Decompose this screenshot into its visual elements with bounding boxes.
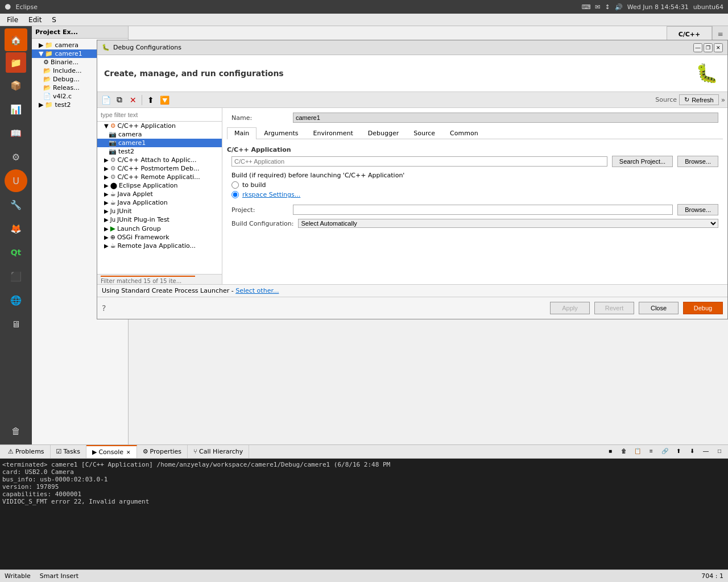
radio-build-workspace-input[interactable] <box>231 191 239 198</box>
right-panel-btn-1[interactable]: ≡ <box>714 27 727 41</box>
system-bar-left: 🌑 Eclipse <box>5 3 38 11</box>
tab-console[interactable]: ▶ Console ✕ <box>86 445 137 458</box>
tab-common[interactable]: Common <box>442 127 486 139</box>
call-hierarchy-icon: ⑂ <box>193 448 197 455</box>
tab-arguments[interactable]: Arguments <box>257 127 305 139</box>
close-window-btn[interactable]: ✕ <box>714 43 723 52</box>
bottom-btn3[interactable]: 📋 <box>631 444 644 457</box>
project-row: Project: Browse... <box>227 204 723 215</box>
browse-btn-2[interactable]: Browse... <box>677 204 718 215</box>
tab-debugger[interactable]: Debugger <box>361 127 406 139</box>
config-tree-remote[interactable]: ▶ ⚙ C/C++ Remote Applicati... <box>97 173 222 181</box>
help-icon[interactable]: ? <box>102 304 106 313</box>
config-tree-camera[interactable]: 📷 camera <box>97 130 222 139</box>
sidebar-icon-ubuntu[interactable]: U <box>5 169 27 192</box>
sidebar-icon-firefox[interactable]: 🦊 <box>5 217 27 240</box>
remote-icon: ⚙ <box>110 173 116 181</box>
apply-button[interactable]: Apply <box>550 302 590 314</box>
sidebar-icon-settings[interactable]: ⚙ <box>5 146 27 168</box>
bottom-clear-btn[interactable]: 🗑 <box>618 444 630 457</box>
close-button[interactable]: Close <box>639 302 679 314</box>
config-tree-attach[interactable]: ▶ ⚙ C/C++ Attach to Applic... <box>97 156 222 164</box>
name-input[interactable] <box>293 113 718 123</box>
sidebar-icon-package[interactable]: 📦 <box>5 74 27 97</box>
postmortem-icon: ⚙ <box>110 165 116 172</box>
project-icon: 📁 <box>45 41 53 49</box>
bottom-btn5[interactable]: 🔗 <box>659 444 671 457</box>
browse-btn-1[interactable]: Browse... <box>677 156 718 167</box>
sidebar-icon-folder[interactable]: 📁 <box>6 52 26 73</box>
sidebar-icon-trash[interactable]: 🗑 <box>5 419 27 442</box>
config-tree-test2[interactable]: 📷 test2 <box>97 147 222 156</box>
config-tree-java-app[interactable]: ▶ ☕ Java Application <box>97 198 222 207</box>
bottom-minimize[interactable]: — <box>700 444 712 457</box>
file-menu[interactable]: File <box>2 15 23 25</box>
bottom-panel: ⚠ Problems ☑ Tasks ▶ Console ✕ ⚙ Propert… <box>0 444 728 569</box>
restore-btn[interactable]: ❐ <box>704 43 713 52</box>
debug-button[interactable]: Debug <box>683 302 723 314</box>
bottom-btn6[interactable]: ⬆ <box>672 444 685 457</box>
search-project-btn[interactable]: Search Project... <box>612 156 673 167</box>
config-tree-cpp-app[interactable]: ▼ ⚙ C/C++ Application <box>97 122 222 130</box>
sidebar-icon-home[interactable]: 🏠 <box>5 28 27 51</box>
console-close-icon[interactable]: ✕ <box>126 450 131 455</box>
config-tree-remote-java[interactable]: ▶ ☕ Remote Java Applicatio... <box>97 242 222 250</box>
project-icon-2: 📁 <box>45 50 53 57</box>
config-tree-eclipse-app[interactable]: ▶ ⬤ Eclipse Application <box>97 181 222 190</box>
config-tree-junit-plugin[interactable]: ▶ Ju JUnit Plug-in Test <box>97 215 222 224</box>
sidebar-icon-window[interactable]: 🖥 <box>5 313 27 335</box>
debug-config-title: Create, manage, and run configurations <box>104 69 284 78</box>
search-menu[interactable]: S <box>47 15 61 25</box>
sidebar-icon-network[interactable]: 🌐 <box>5 289 27 311</box>
refresh-button[interactable]: ↻ Refresh <box>679 94 719 105</box>
config-tree-camere1[interactable]: 📷 camere1 <box>97 139 222 147</box>
minimize-btn[interactable]: — <box>693 43 702 52</box>
filter-config-btn[interactable]: 🔽 <box>158 94 171 106</box>
tab-environment[interactable]: Environment <box>306 127 361 139</box>
junit-icon: Ju <box>110 208 115 214</box>
config-tabs: Main Arguments Environment Debugger Sour… <box>227 127 723 139</box>
sidebar-icon-table[interactable]: 📊 <box>5 98 27 120</box>
eclipse-icon: 🌑 <box>5 3 11 11</box>
config-left-panel: ▼ ⚙ C/C++ Application 📷 camera 📷 camere1 <box>97 108 222 284</box>
edit-menu[interactable]: Edit <box>24 15 46 25</box>
config-filter-input[interactable] <box>97 108 222 122</box>
launcher-status-text: Using Standard Create Process Launcher - <box>102 287 235 294</box>
tab-source[interactable]: Source <box>406 127 442 139</box>
eclipse-app-arrow: ▶ <box>104 182 109 189</box>
new-config-btn[interactable]: 📄 <box>100 94 112 106</box>
revert-button[interactable]: Revert <box>594 302 634 314</box>
config-tree-junit[interactable]: ▶ Ju JUnit <box>97 207 222 215</box>
tab-call-hierarchy[interactable]: ⑂ Call Hierarchy <box>188 445 249 458</box>
sidebar-icon-book[interactable]: 📖 <box>5 122 27 144</box>
config-tree-java-applet[interactable]: ▶ ☕ Java Applet <box>97 190 222 198</box>
bottom-btn7[interactable]: ⬇ <box>686 444 698 457</box>
tab-problems[interactable]: ⚠ Problems <box>2 445 51 458</box>
build-config-select[interactable]: Select Automatically <box>298 219 718 228</box>
delete-config-btn[interactable]: ✕ <box>127 94 139 106</box>
build-config-row: Build Configuration: Select Automaticall… <box>227 219 723 228</box>
bottom-stop-btn[interactable]: ■ <box>604 444 617 457</box>
radio-build-auto-input[interactable] <box>231 181 239 189</box>
config-tree: ▼ ⚙ C/C++ Application 📷 camera 📷 camere1 <box>97 122 222 274</box>
tab-tasks[interactable]: ☑ Tasks <box>51 445 86 458</box>
cpp-app-input[interactable] <box>231 156 607 167</box>
config-tree-launch-group[interactable]: ▶ ▶ Launch Group <box>97 224 222 233</box>
select-other-link[interactable]: Select other... <box>235 287 279 294</box>
sidebar-icon-terminal[interactable]: ⬛ <box>5 265 27 288</box>
tab-properties[interactable]: ⚙ Properties <box>137 445 188 458</box>
debug-config-window: 🐛 Debug Configurations — ❐ ✕ Create, man… <box>97 40 728 319</box>
status-bar: Writable Smart Insert 704 : 1 <box>0 569 728 582</box>
bottom-btn4[interactable]: ≡ <box>645 444 657 457</box>
sidebar-icon-wrench[interactable]: 🔧 <box>5 193 27 216</box>
tab-main[interactable]: Main <box>227 127 257 139</box>
duplicate-config-btn[interactable]: ⧉ <box>113 94 126 106</box>
export-config-btn[interactable]: ⬆ <box>144 94 157 106</box>
project-explorer-header: Project Ex... <box>32 26 128 39</box>
bottom-maximize[interactable]: □ <box>713 444 726 457</box>
cpp-tab-label: C/C++ <box>679 31 701 38</box>
config-tree-postmortem[interactable]: ▶ ⚙ C/C++ Postmortem Deb... <box>97 164 222 173</box>
config-tree-osgi[interactable]: ▶ ⊕ OSGi Framework <box>97 233 222 242</box>
sidebar-icon-qt[interactable]: Qt <box>5 241 27 264</box>
project-input[interactable] <box>293 205 673 215</box>
